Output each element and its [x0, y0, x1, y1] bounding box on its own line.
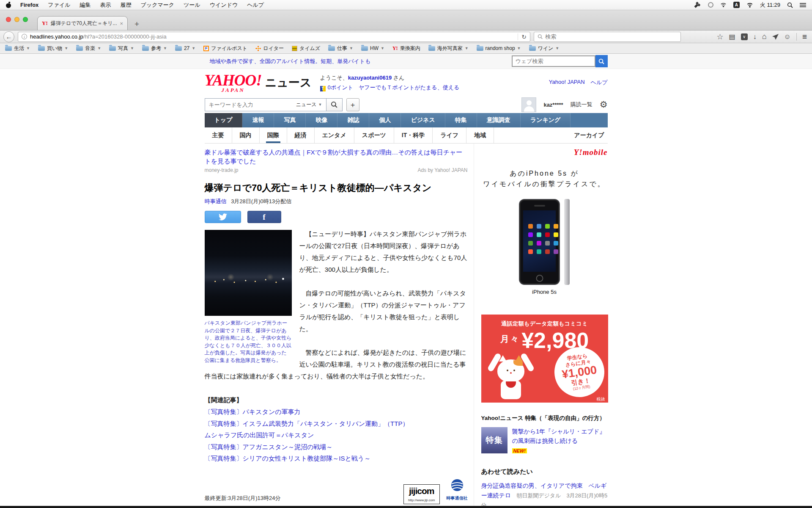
minimize-window-button[interactable] — [14, 17, 19, 22]
notification-center-icon[interactable] — [800, 3, 806, 8]
menu-help[interactable]: ヘルプ — [247, 1, 264, 9]
related-link-4[interactable]: 〔写真特集〕アフガニスタン～泥沼の戦場～ — [205, 441, 468, 453]
top-ad-link[interactable]: 地域や条件で探す、全国のアルバイト情報。短期、単発バイトも — [210, 58, 371, 65]
facebook-share-button[interactable]: f — [247, 211, 281, 223]
bookmark-folder-kaigai[interactable]: 海外写真家▼ — [428, 45, 469, 52]
yahoo-japan-link[interactable]: Yahoo! JAPAN — [549, 79, 585, 86]
related-link-1[interactable]: 〔写真特集〕パキスタンの軍事力 — [205, 406, 468, 418]
menu-history[interactable]: 履歴 — [121, 1, 132, 9]
keyword-search-input[interactable] — [205, 102, 296, 108]
wireless-device-icon[interactable] — [720, 2, 727, 8]
subtab-shuyo[interactable]: 主要 — [205, 127, 232, 143]
bookmark-folder-shigoto[interactable]: 仕事▼ — [328, 45, 353, 52]
tab-kojin[interactable]: 個人 — [369, 113, 401, 127]
shield-icon[interactable]: ∨ — [741, 33, 748, 40]
bookmark-folder-27[interactable]: 27▼ — [175, 45, 195, 51]
bookmark-star-icon[interactable]: ☆ — [716, 32, 723, 41]
avatar[interactable] — [521, 97, 536, 112]
twitter-share-button[interactable] — [205, 211, 241, 223]
related-link-5[interactable]: 〔写真特集〕シリアの女性キリスト教徒部隊～ISと戦う～ — [205, 453, 468, 464]
zoom-window-button[interactable] — [23, 17, 28, 22]
tab-tokushu[interactable]: 特集 — [445, 113, 477, 127]
price-ad-banner[interactable]: 通話定額もデータ定額もコミコミ 月々 ¥2,980 学生なら さらに月々 ¥1,… — [481, 315, 608, 403]
menu-view[interactable]: 表示 — [100, 1, 111, 9]
tab-ranking[interactable]: ランキング — [521, 113, 571, 127]
menu-bookmarks[interactable]: ブックマーク — [141, 1, 175, 9]
points-link[interactable]: 0ポイント — [328, 84, 353, 91]
jijicom-logo[interactable]: jijicom http://www.jiji.com — [403, 484, 440, 504]
subtab-entame[interactable]: エンタメ — [315, 127, 354, 143]
keyword-search-box[interactable]: ニュース▼ — [205, 98, 326, 111]
bookmark-folder-ongaku[interactable]: 音楽▼ — [76, 45, 101, 52]
ymobile-logo[interactable]: Y!mobile — [481, 148, 608, 157]
tab-sokuho[interactable]: 速報 — [242, 113, 274, 127]
wifi-icon[interactable] — [746, 2, 753, 8]
bookmark-folder-hw[interactable]: HW▼ — [361, 45, 384, 51]
downloads-icon[interactable]: ↓ — [753, 33, 757, 41]
clipboard-icon[interactable]: ▤ — [729, 33, 735, 41]
gear-icon[interactable]: ⚙ — [600, 99, 608, 110]
menu-file[interactable]: ファイル — [48, 1, 70, 9]
source-link[interactable]: 時事通信 — [205, 198, 227, 204]
bookmark-folder-wine[interactable]: ワイン▼ — [529, 45, 560, 52]
bookmark-folder-sanko[interactable]: 参考▼ — [142, 45, 167, 52]
dropbox-icon[interactable] — [696, 2, 701, 8]
home-icon[interactable]: ⌂ — [762, 32, 767, 41]
jiji-press-logo[interactable]: 時事通信社 — [447, 479, 468, 504]
menu-window[interactable]: ウインドウ — [210, 1, 238, 9]
bookmark-filepost[interactable]: Fファイルポスト — [203, 45, 247, 52]
username-link[interactable]: kazuyaotani0619 — [348, 75, 392, 81]
tab-top[interactable]: トップ — [205, 113, 243, 127]
menu-clock[interactable]: 火 11:29 — [760, 1, 780, 9]
tab-ishikichosa[interactable]: 意識調査 — [477, 113, 521, 127]
points-promo-link[interactable]: ヤフーでもＴポイントがたまる、使える — [359, 84, 459, 91]
news-search-button[interactable] — [326, 98, 343, 111]
related-link-3[interactable]: ムシャラフ氏の出国許可＝パキスタン — [205, 429, 468, 441]
browser-tab[interactable]: Y! 爆弾テロで70人死亡＝キリ... × — [37, 16, 128, 30]
yahoo-news-logo[interactable]: YAHOO!JAPAN ニュース — [205, 72, 312, 93]
add-search-button[interactable]: ＋ — [346, 98, 359, 111]
input-method-icon[interactable]: A — [733, 2, 740, 8]
web-search-input[interactable] — [512, 55, 595, 67]
bookmark-norikae[interactable]: Y!乗換案内 — [392, 45, 420, 52]
user-id-label[interactable]: kaz***** — [543, 102, 563, 108]
bookmark-folder-randomshop[interactable]: random shop▼ — [477, 45, 521, 51]
ad-title-link[interactable]: 豪ドル暴落で破産する人の共通点｜FXで９割が大損する真の理由…その答えは毎日チャ… — [205, 148, 468, 166]
related-link-2[interactable]: 〔写真特集〕イスラム武装勢力「パキスタン・タリバン運動」（TTP） — [205, 418, 468, 430]
tokushu-item[interactable]: 特集 襲撃から1年『シャルリ・エブド』の風刺画は挑発し続ける NEW! — [481, 427, 608, 454]
subscriptions-link[interactable]: 購読一覧 — [571, 101, 593, 108]
menu-firefox[interactable]: Firefox — [20, 2, 38, 8]
apple-menu-icon[interactable] — [6, 2, 11, 8]
archive-link[interactable]: アーカイブ — [574, 132, 607, 139]
creative-cloud-icon[interactable] — [708, 2, 713, 8]
search-category-dropdown[interactable]: ニュース▼ — [296, 101, 326, 108]
tab-zasshi[interactable]: 雑誌 — [337, 113, 369, 127]
subtab-kokusai[interactable]: 国際 — [260, 127, 287, 143]
menu-tools[interactable]: ツール — [184, 1, 200, 9]
web-search-button[interactable] — [595, 55, 608, 67]
new-tab-button[interactable]: + — [134, 20, 139, 28]
browser-search-input[interactable] — [545, 33, 677, 40]
bookmark-folder-kaimono[interactable]: 買い物▼ — [38, 45, 68, 52]
menu-hamburger-icon[interactable]: ≡ — [802, 32, 807, 41]
subtab-life[interactable]: ライフ — [433, 127, 466, 143]
bookmark-times[interactable]: タイムズ — [292, 45, 320, 52]
subtab-keizai[interactable]: 経済 — [287, 127, 315, 143]
subtab-kokunai[interactable]: 国内 — [232, 127, 260, 143]
iphone-image[interactable] — [481, 198, 608, 285]
bookmark-folder-seikatsu[interactable]: 生活▼ — [5, 45, 30, 52]
site-info-icon[interactable]: i — [22, 34, 27, 39]
reload-icon[interactable]: ↻ — [518, 33, 527, 40]
tab-close-icon[interactable]: × — [120, 20, 123, 27]
tab-business[interactable]: ビジネス — [401, 113, 445, 127]
spotlight-icon[interactable] — [787, 2, 793, 8]
subtab-chiiki[interactable]: 地域 — [466, 127, 494, 143]
subtab-it-kagaku[interactable]: IT・科学 — [394, 127, 433, 143]
close-window-button[interactable] — [6, 17, 11, 22]
back-button[interactable]: ← — [3, 31, 14, 42]
send-icon[interactable] — [772, 34, 779, 40]
smiley-icon[interactable]: ☺ — [784, 33, 791, 41]
bookmark-reuters[interactable]: ロイター — [255, 45, 284, 52]
help-link[interactable]: ヘルプ — [591, 79, 608, 86]
browser-search-field[interactable] — [534, 32, 681, 42]
